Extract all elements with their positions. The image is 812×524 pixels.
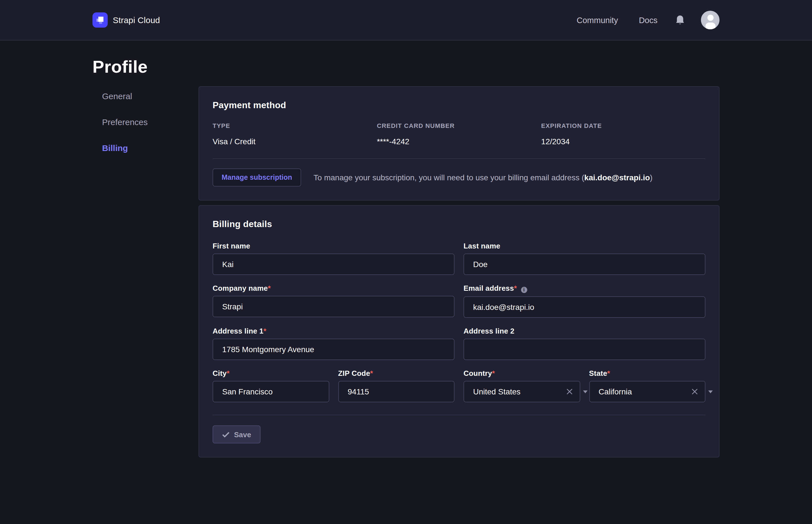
brand[interactable]: Strapi Cloud (93, 12, 160, 28)
address-line2-field: Address line 2 (463, 327, 705, 360)
top-navbar: Strapi Cloud Community Docs (0, 0, 812, 40)
last-name-label: Last name (463, 242, 705, 250)
last-name-input[interactable] (463, 253, 705, 275)
card-number-value: ****-4242 (377, 137, 541, 146)
state-field: State* California (589, 369, 705, 402)
country-value: United States (473, 387, 521, 396)
page-title: Profile (93, 40, 719, 78)
strapi-logo-icon (93, 12, 108, 28)
sidebar-item-general[interactable]: General (93, 83, 198, 109)
brand-name: Strapi Cloud (113, 15, 160, 25)
company-name-input[interactable] (212, 296, 455, 317)
state-caret-icon[interactable] (708, 391, 713, 393)
expiration-label: EXPIRATION DATE (541, 122, 705, 129)
company-name-field: Company name* (212, 284, 455, 318)
first-name-input[interactable] (212, 253, 455, 275)
save-divider (212, 415, 705, 415)
email-address-field: Email address*i (463, 284, 705, 318)
sidebar-item-billing[interactable]: Billing (93, 135, 198, 161)
zip-code-input[interactable] (338, 381, 455, 402)
payment-type-value: Visa / Credit (212, 137, 377, 146)
billing-email: kai.doe@strapi.io (584, 173, 650, 182)
country-combobox[interactable]: United States (463, 381, 580, 402)
profile-sidebar: General Preferences Billing (93, 83, 198, 161)
payment-divider (212, 158, 705, 159)
first-name-label: First name (212, 242, 455, 250)
manage-subscription-button[interactable]: Manage subscription (212, 168, 301, 186)
zip-code-field: ZIP Code* (338, 369, 455, 402)
expiration-value: 12/2034 (541, 137, 705, 146)
city-label: City* (212, 369, 329, 377)
payment-method-title: Payment method (212, 100, 705, 111)
check-icon (222, 431, 229, 438)
country-caret-icon[interactable] (583, 391, 587, 393)
address-line2-label: Address line 2 (463, 327, 705, 335)
company-name-label: Company name* (212, 284, 455, 292)
save-button[interactable]: Save (212, 425, 261, 443)
address-line1-field: Address line 1* (212, 327, 455, 360)
payment-method-card: Payment method TYPE Visa / Credit CREDIT… (198, 86, 719, 201)
billing-details-card: Billing details First name Last name Com… (198, 205, 719, 458)
state-clear-icon[interactable] (691, 388, 698, 395)
city-input[interactable] (212, 381, 329, 402)
address-line1-input[interactable] (212, 339, 455, 360)
address-line1-label: Address line 1* (212, 327, 455, 335)
email-address-label: Email address*i (463, 284, 705, 293)
city-field: City* (212, 369, 329, 402)
manage-subscription-note: To manage your subscription, you will ne… (314, 173, 652, 182)
address-line2-input[interactable] (463, 339, 705, 360)
payment-card-number-col: CREDIT CARD NUMBER ****-4242 (377, 122, 541, 146)
billing-details-title: Billing details (212, 219, 705, 229)
sidebar-item-preferences[interactable]: Preferences (93, 109, 198, 135)
user-avatar[interactable] (701, 11, 719, 29)
nav-community-link[interactable]: Community (577, 16, 618, 24)
country-clear-icon[interactable] (566, 388, 573, 395)
email-address-input[interactable] (463, 296, 705, 318)
zip-code-label: ZIP Code* (338, 369, 455, 377)
notifications-bell-icon[interactable] (675, 14, 685, 26)
state-value: California (599, 387, 632, 396)
country-label: Country* (463, 369, 580, 377)
last-name-field: Last name (463, 242, 705, 275)
first-name-field: First name (212, 242, 455, 275)
card-number-label: CREDIT CARD NUMBER (377, 122, 541, 129)
nav-docs-link[interactable]: Docs (639, 16, 657, 24)
payment-expiration-col: EXPIRATION DATE 12/2034 (541, 122, 705, 146)
state-combobox[interactable]: California (589, 381, 705, 402)
payment-type-label: TYPE (212, 122, 377, 129)
payment-type-col: TYPE Visa / Credit (212, 122, 377, 146)
country-field: Country* United States (463, 369, 580, 402)
state-label: State* (589, 369, 705, 377)
email-info-icon: i (521, 287, 527, 293)
